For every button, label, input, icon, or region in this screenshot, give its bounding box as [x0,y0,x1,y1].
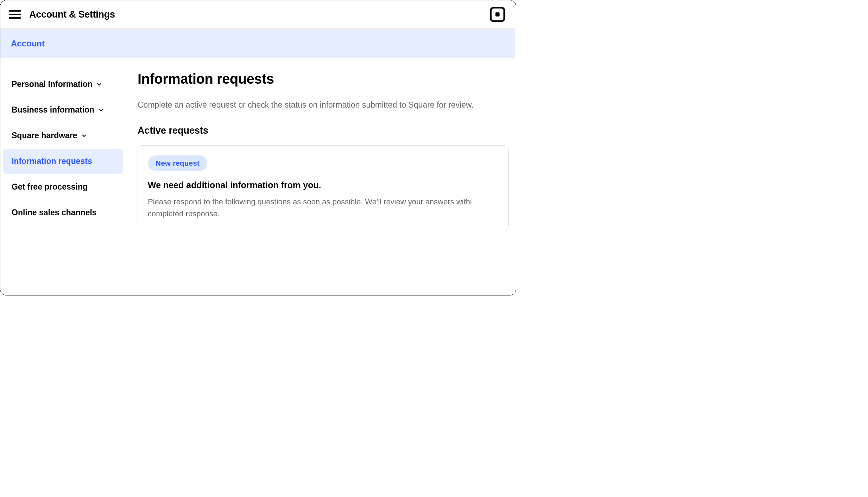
sidebar-item-online-sales-channels[interactable]: Online sales channels [3,200,123,225]
sidebar-item-business-information[interactable]: Business information [3,97,123,122]
card-body: Please respond to the following question… [148,196,499,220]
request-card[interactable]: New request We need additional informati… [138,145,509,230]
card-heading: We need additional information from you. [148,180,499,190]
sidebar-item-get-free-processing[interactable]: Get free processing [3,174,123,199]
new-request-pill: New request [148,155,207,171]
sidebar-item-label: Square hardware [12,131,77,140]
header: Account & Settings [0,0,516,29]
sidebar-item-label: Online sales channels [12,208,97,217]
page-subtitle: Complete an active request or check the … [138,100,509,110]
square-logo-icon[interactable] [490,7,505,22]
sidebar-item-square-hardware[interactable]: Square hardware [3,123,123,148]
svg-rect-1 [495,12,499,16]
tab-account[interactable]: Account [11,39,45,48]
chevron-down-icon [96,81,102,88]
tab-bar: Account [0,29,516,58]
header-left: Account & Settings [9,8,115,20]
chevron-down-icon [98,107,104,113]
header-title: Account & Settings [29,9,115,20]
sidebar-item-information-requests[interactable]: Information requests [3,149,123,174]
body-area: Personal Information Business informatio… [0,58,516,230]
chevron-down-icon [81,133,87,139]
active-requests-heading: Active requests [138,125,509,136]
sidebar-item-personal-information[interactable]: Personal Information [3,72,123,97]
sidebar: Personal Information Business informatio… [0,71,127,230]
sidebar-item-label: Information requests [12,157,92,166]
page-title: Information requests [138,71,509,87]
sidebar-item-label: Get free processing [12,182,88,192]
main-content: Information requests Complete an active … [127,71,516,230]
sidebar-item-label: Personal Information [12,79,93,89]
sidebar-item-label: Business information [12,105,94,115]
hamburger-menu-icon[interactable] [9,8,21,20]
